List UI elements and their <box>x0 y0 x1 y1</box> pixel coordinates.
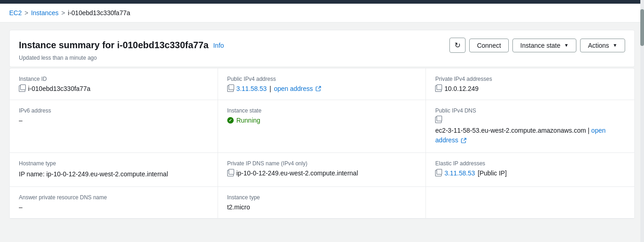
breadcrumb-bar: EC2 > Instances > i-010ebd13c330fa77a <box>0 4 644 23</box>
detail-cell-instance-id: Instance ID i-010ebd13c330fa77a <box>10 68 218 100</box>
copy-icon-private-dns[interactable] <box>227 170 234 176</box>
copy-icon-private-ipv4[interactable] <box>435 85 442 92</box>
info-link[interactable]: Info <box>213 42 224 49</box>
copy-icon-public-ipv4[interactable] <box>227 85 234 92</box>
breadcrumb-ec2[interactable]: EC2 <box>9 9 22 17</box>
top-navigation-bar <box>0 0 644 4</box>
status-running-text: Running <box>236 117 260 124</box>
label-public-ipv4: Public IPv4 address <box>227 76 417 82</box>
value-elastic-ip: 3.11.58.53 [Public IP] <box>435 169 625 177</box>
detail-cell-empty <box>426 187 634 219</box>
detail-cell-answer-dns: Answer private resource DNS name – <box>10 187 218 219</box>
breadcrumb-instances[interactable]: Instances <box>31 9 58 17</box>
label-answer-dns: Answer private resource DNS name <box>19 194 208 201</box>
detail-cell-elastic-ip: Elastic IP addresses 3.11.58.53 [Public … <box>426 153 634 187</box>
elastic-ip-link[interactable]: 3.11.58.53 <box>444 169 475 177</box>
instance-type-text: t2.micro <box>227 203 250 211</box>
ipv6-dash: – <box>19 117 23 124</box>
breadcrumb-current: i-010ebd13c330fa77a <box>68 9 130 17</box>
external-link-icon-1[interactable] <box>316 86 321 91</box>
connect-button[interactable]: Connect <box>469 39 509 52</box>
status-dot <box>227 117 234 124</box>
detail-cell-public-ipv4: Public IPv4 address 3.11.58.53 | open ad… <box>218 68 426 100</box>
instance-state-label: Instance state <box>520 42 560 49</box>
public-ipv4-link[interactable]: 3.11.58.53 <box>236 85 267 92</box>
elastic-ip-suffix: [Public IP] <box>478 169 507 177</box>
pipe-sep-dns: | <box>588 127 590 134</box>
value-public-ipv4: 3.11.58.53 | open address <box>227 85 417 92</box>
label-hostname-type: Hostname type <box>19 160 208 167</box>
detail-cell-private-dns: Private IP DNS name (IPv4 only) ip-10-0-… <box>218 153 426 187</box>
details-grid: Instance ID i-010ebd13c330fa77a Public I… <box>9 68 635 219</box>
copy-icon-elastic-ip[interactable] <box>435 170 442 176</box>
connect-label: Connect <box>477 42 501 49</box>
external-link-icon-dns[interactable] <box>461 138 466 143</box>
value-instance-state: Running <box>227 117 417 124</box>
breadcrumb-sep-2: > <box>61 9 65 17</box>
detail-cell-instance-type: Instance type t2.micro <box>218 187 426 219</box>
actions-label: Actions <box>588 42 609 49</box>
private-ipv4-text: 10.0.12.249 <box>444 85 478 92</box>
value-public-dns: ec2-3-11-58-53.eu-west-2.compute.amazona… <box>435 117 625 145</box>
value-answer-dns: – <box>19 203 208 211</box>
refresh-button[interactable]: ↻ <box>449 38 466 53</box>
instance-state-chevron: ▼ <box>564 43 569 48</box>
value-instance-type: t2.micro <box>227 203 417 211</box>
detail-cell-private-ipv4: Private IPv4 addresses 10.0.12.249 <box>426 68 634 100</box>
open-address-link-1[interactable]: open address <box>274 85 313 92</box>
copy-icon-public-dns[interactable] <box>435 117 442 123</box>
private-dns-text: ip-10-0-12-249.eu-west-2.compute.interna… <box>236 169 358 177</box>
value-ipv6: – <box>19 117 208 124</box>
status-running: Running <box>227 117 260 124</box>
pipe-sep-1: | <box>270 85 271 92</box>
actions-chevron: ▼ <box>613 43 617 48</box>
label-instance-state: Instance state <box>227 107 417 114</box>
scrollbar[interactable] <box>640 0 644 226</box>
breadcrumb-sep-1: > <box>24 9 28 17</box>
detail-cell-public-dns: Public IPv4 DNS ec2-3-11-58-53.eu-west-2… <box>426 100 634 153</box>
label-private-ipv4: Private IPv4 addresses <box>435 76 625 82</box>
scrollbar-thumb[interactable] <box>640 9 644 46</box>
public-dns-multiline: ec2-3-11-58-53.eu-west-2.compute.amazona… <box>435 126 625 145</box>
actions-button[interactable]: Actions ▼ <box>580 39 625 52</box>
header-subtitle: Updated less than a minute ago <box>19 55 625 61</box>
label-public-dns: Public IPv4 DNS <box>435 107 625 114</box>
value-hostname-type: IP name: ip-10-0-12-249.eu-west-2.comput… <box>19 169 208 179</box>
detail-cell-ipv6: IPv6 address – <box>10 100 218 153</box>
instance-id-text: i-010ebd13c330fa77a <box>28 85 90 92</box>
value-private-dns: ip-10-0-12-249.eu-west-2.compute.interna… <box>227 169 417 177</box>
header-title-group: Instance summary for i-010ebd13c330fa77a… <box>19 40 224 51</box>
instance-state-button[interactable]: Instance state ▼ <box>512 39 576 52</box>
detail-cell-hostname-type: Hostname type IP name: ip-10-0-12-249.eu… <box>10 153 218 187</box>
main-content: Instance summary for i-010ebd13c330fa77a… <box>0 23 644 226</box>
label-private-dns: Private IP DNS name (IPv4 only) <box>227 160 417 167</box>
page-title: Instance summary for i-010ebd13c330fa77a <box>19 40 208 51</box>
header-actions: ↻ Connect Instance state ▼ Actions ▼ <box>449 38 625 53</box>
refresh-icon: ↻ <box>454 41 460 50</box>
header-section: Instance summary for i-010ebd13c330fa77a… <box>9 30 635 67</box>
copy-icon-instance-id[interactable] <box>19 85 25 92</box>
value-instance-id: i-010ebd13c330fa77a <box>19 85 208 92</box>
header-top: Instance summary for i-010ebd13c330fa77a… <box>19 38 625 53</box>
label-elastic-ip: Elastic IP addresses <box>435 160 625 167</box>
label-instance-id: Instance ID <box>19 76 208 82</box>
value-private-ipv4: 10.0.12.249 <box>435 85 625 92</box>
answer-dns-dash: – <box>19 203 23 211</box>
detail-cell-instance-state: Instance state Running <box>218 100 426 153</box>
label-instance-type: Instance type <box>227 194 417 201</box>
label-ipv6: IPv6 address <box>19 107 208 114</box>
